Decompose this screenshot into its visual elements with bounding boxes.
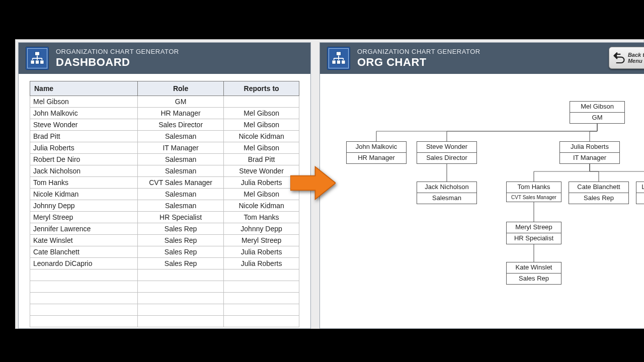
org-node[interactable]: Steve WonderSales Director [417,141,477,164]
org-node[interactable]: Mel GibsonGM [570,101,625,124]
table-row[interactable]: Leonardo DiCaprioSales RepJulia Roberts [30,258,299,269]
table-row[interactable] [30,293,299,304]
table-row[interactable]: Nicole KidmanSalesmanMel Gibson [30,189,299,200]
table-row[interactable] [30,304,299,316]
table-row[interactable] [30,316,299,327]
table-row[interactable] [30,269,299,281]
table-cell[interactable]: HR Specialist [138,212,224,223]
table-cell[interactable] [138,304,224,316]
table-row[interactable]: Johnny DeppSalesmanNicole Kidman [30,200,299,212]
table-row[interactable]: Kate WinsletSales RepMeryl Streep [30,235,299,246]
table-cell[interactable]: Sales Rep [138,235,224,246]
table-cell[interactable]: IT Manager [138,142,224,154]
table-cell[interactable]: Jennifer Lawrence [30,223,138,235]
table-cell[interactable]: Julia Roberts [224,246,299,258]
table-cell[interactable]: Mel Gibson [224,142,299,154]
table-cell[interactable]: Salesman [138,200,224,212]
table-cell[interactable] [138,269,224,281]
org-node[interactable]: Cate BlanchettSales Rep [569,182,629,204]
table-cell[interactable] [30,281,138,293]
table-cell[interactable]: Tom Hanks [224,212,299,223]
org-node[interactable]: Tom HanksCVT Sales Manager [506,182,561,202]
table-cell[interactable] [224,281,299,293]
table-cell[interactable]: Mel Gibson [30,96,138,108]
org-node[interactable]: Jack NicholsonSalesman [417,182,477,204]
table-cell[interactable] [138,293,224,304]
org-node[interactable]: Meryl StreepHR Specialist [506,222,561,244]
table-cell[interactable]: Jack Nicholson [30,165,138,177]
table-row[interactable]: John MalkovicHR ManagerMel Gibson [30,108,299,119]
table-cell[interactable] [224,304,299,316]
org-node[interactable]: LeoS [636,182,644,204]
table-cell[interactable]: Brad Pitt [224,154,299,165]
table-cell[interactable] [224,316,299,327]
table-row[interactable] [30,281,299,293]
table-cell[interactable]: GM [138,96,224,108]
table-cell[interactable]: Julia Roberts [224,177,299,189]
table-cell[interactable]: Sales Rep [138,223,224,235]
org-chart-canvas[interactable]: Mel GibsonGMJohn MalkovicHR ManagerSteve… [331,81,644,329]
table-row[interactable]: Mel GibsonGM [30,96,299,108]
table-cell[interactable]: Salesman [138,189,224,200]
table-cell[interactable]: Salesman [138,131,224,142]
table-row[interactable]: Cate BlanchettSales RepJulia Roberts [30,246,299,258]
table-row[interactable]: Steve WonderSales DirectorMel Gibson [30,119,299,131]
table-cell[interactable] [138,281,224,293]
table-cell[interactable]: Salesman [138,154,224,165]
table-cell[interactable]: Sales Rep [138,258,224,269]
table-cell[interactable]: CVT Sales Manager [138,177,224,189]
table-cell[interactable]: Brad Pitt [30,131,138,142]
table-cell[interactable] [224,96,299,108]
table-cell[interactable]: Johnny Depp [30,200,138,212]
dashboard-body: NameRoleReports to Mel GibsonGMJohn Malk… [19,74,310,329]
table-cell[interactable]: Meryl Streep [30,212,138,223]
table-row[interactable]: Jennifer LawrenceSales RepJohnny Depp [30,223,299,235]
back-to-menu-button[interactable]: Back to Menu [609,47,644,69]
table-cell[interactable]: Steve Wonder [224,165,299,177]
column-header[interactable]: Reports to [224,81,299,96]
table-cell[interactable]: HR Manager [138,108,224,119]
table-cell[interactable]: Nicole Kidman [224,131,299,142]
svg-rect-0 [35,52,39,56]
table-cell[interactable]: Mel Gibson [224,189,299,200]
table-cell[interactable]: Tom Hanks [30,177,138,189]
table-cell[interactable] [224,293,299,304]
table-row[interactable]: Meryl StreepHR SpecialistTom Hanks [30,212,299,223]
table-row[interactable]: Julia RobertsIT ManagerMel Gibson [30,142,299,154]
table-cell[interactable] [30,316,138,327]
table-cell[interactable]: Nicole Kidman [224,200,299,212]
table-row[interactable]: Brad PittSalesmanNicole Kidman [30,131,299,142]
table-cell[interactable] [224,269,299,281]
table-cell[interactable]: John Malkovic [30,108,138,119]
table-cell[interactable]: Sales Director [138,119,224,131]
table-cell[interactable] [30,293,138,304]
table-cell[interactable]: Mel Gibson [224,108,299,119]
table-cell[interactable]: Julia Roberts [30,142,138,154]
table-cell[interactable]: Nicole Kidman [30,189,138,200]
table-cell[interactable] [30,269,138,281]
table-row[interactable]: Jack NicholsonSalesmanSteve Wonder [30,165,299,177]
org-node-name: Mel Gibson [570,102,624,113]
table-row[interactable]: Robert De NiroSalesmanBrad Pitt [30,154,299,165]
employee-table[interactable]: NameRoleReports to Mel GibsonGMJohn Malk… [30,81,299,327]
column-header[interactable]: Role [138,81,224,96]
table-cell[interactable]: Kate Winslet [30,235,138,246]
table-cell[interactable]: Sales Rep [138,246,224,258]
table-cell[interactable]: Julia Roberts [224,258,299,269]
org-node[interactable]: Kate WinsletSales Rep [506,262,561,285]
table-cell[interactable]: Meryl Streep [224,235,299,246]
column-header[interactable]: Name [30,81,138,96]
svg-rect-15 [332,60,336,64]
table-row[interactable]: Tom HanksCVT Sales ManagerJulia Roberts [30,177,299,189]
table-cell[interactable]: Robert De Niro [30,154,138,165]
table-cell[interactable]: Leonardo DiCaprio [30,258,138,269]
table-cell[interactable]: Mel Gibson [224,119,299,131]
table-cell[interactable] [30,304,138,316]
org-node[interactable]: John MalkovicHR Manager [346,141,407,164]
table-cell[interactable]: Cate Blanchett [30,246,138,258]
table-cell[interactable]: Salesman [138,165,224,177]
table-cell[interactable] [138,316,224,327]
table-cell[interactable]: Johnny Depp [224,223,299,235]
org-node[interactable]: Julia RobertsIT Manager [559,141,620,164]
table-cell[interactable]: Steve Wonder [30,119,138,131]
